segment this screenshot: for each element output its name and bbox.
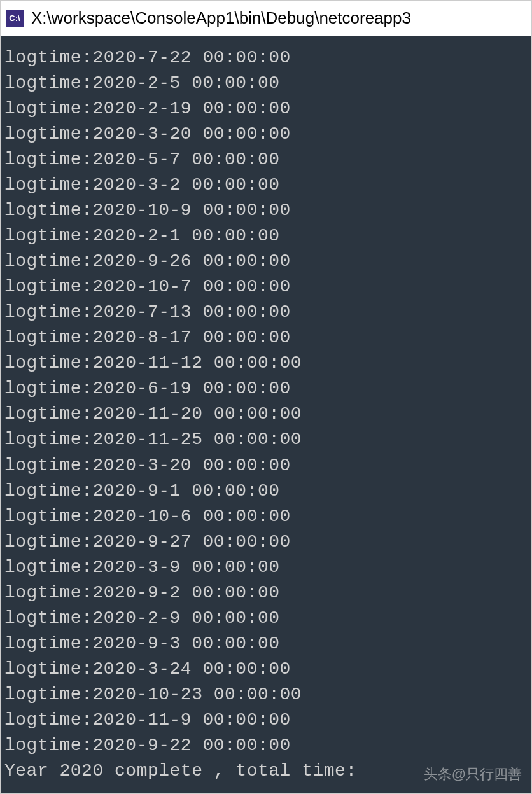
- console-line: logtime:2020-11-25 00:00:00: [4, 427, 528, 452]
- console-line: logtime:2020-3-20 00:00:00: [4, 122, 528, 147]
- console-line: logtime:2020-2-19 00:00:00: [4, 96, 528, 122]
- window-title: X:\workspace\ConsoleApp1\bin\Debug\netco…: [31, 8, 411, 28]
- console-line: logtime:2020-11-12 00:00:00: [4, 351, 528, 376]
- console-line: logtime:2020-2-9 00:00:00: [4, 606, 528, 631]
- console-window: C:\ X:\workspace\ConsoleApp1\bin\Debug\n…: [0, 0, 532, 794]
- console-line: Year 2020 complete , total time:: [4, 758, 528, 784]
- console-line: logtime:2020-9-27 00:00:00: [4, 529, 528, 555]
- console-line: logtime:2020-2-5 00:00:00: [4, 71, 528, 96]
- console-line: logtime:2020-8-17 00:00:00: [4, 325, 528, 351]
- console-line: logtime:2020-11-9 00:00:00: [4, 707, 528, 733]
- console-line: logtime:2020-7-13 00:00:00: [4, 300, 528, 325]
- console-line: logtime:2020-9-26 00:00:00: [4, 249, 528, 274]
- console-app-icon: C:\: [6, 10, 24, 27]
- console-line: logtime:2020-7-22 00:00:00: [4, 45, 528, 71]
- console-line: logtime:2020-9-3 00:00:00: [4, 631, 528, 657]
- console-line: logtime:2020-5-7 00:00:00: [4, 147, 528, 172]
- console-line: logtime:2020-3-20 00:00:00: [4, 453, 528, 478]
- console-line: logtime:2020-3-9 00:00:00: [4, 555, 528, 580]
- console-line: logtime:2020-10-23 00:00:00: [4, 682, 528, 707]
- console-line: logtime:2020-2-1 00:00:00: [4, 223, 528, 249]
- console-line: logtime:2020-9-1 00:00:00: [4, 478, 528, 504]
- console-line: logtime:2020-10-9 00:00:00: [4, 198, 528, 223]
- console-line: logtime:2020-10-6 00:00:00: [4, 504, 528, 529]
- console-output[interactable]: logtime:2020-7-22 00:00:00logtime:2020-2…: [1, 36, 531, 793]
- console-line: logtime:2020-6-19 00:00:00: [4, 376, 528, 401]
- console-line: logtime:2020-10-7 00:00:00: [4, 274, 528, 300]
- console-line: logtime:2020-9-22 00:00:00: [4, 733, 528, 758]
- console-line: logtime:2020-11-20 00:00:00: [4, 401, 528, 427]
- console-line: logtime:2020-3-2 00:00:00: [4, 172, 528, 198]
- console-line: logtime:2020-3-24 00:00:00: [4, 657, 528, 682]
- console-line: logtime:2020-9-2 00:00:00: [4, 580, 528, 606]
- titlebar[interactable]: C:\ X:\workspace\ConsoleApp1\bin\Debug\n…: [1, 1, 531, 36]
